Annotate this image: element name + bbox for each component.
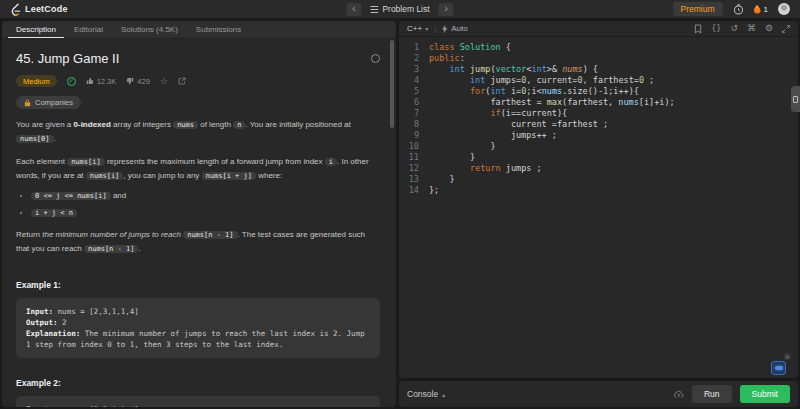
- inline-code: nums: [173, 121, 198, 129]
- text-segment: .: [54, 134, 56, 143]
- problem-paragraph: Each element nums[i] represents the maxi…: [16, 155, 380, 183]
- line-number: 13: [399, 174, 429, 185]
- text-segment: .: [138, 244, 140, 253]
- code-line: 4 int jumps=0, current=0, farthest=0 ;: [399, 75, 798, 86]
- leetcode-logo[interactable]: LeetCode: [10, 3, 68, 16]
- companies-tag[interactable]: Companies: [16, 96, 81, 109]
- submit-button[interactable]: Submit: [740, 385, 790, 403]
- focus-mode-icon[interactable]: [371, 54, 380, 63]
- prev-problem-button[interactable]: ‹: [346, 3, 361, 16]
- inline-code: nums[0]: [16, 135, 54, 143]
- reset-code-icon[interactable]: ↺: [730, 24, 738, 33]
- code-line: 1class Solution {: [399, 42, 798, 53]
- editor-toolbar: C++ ▾ | Auto {}: [399, 21, 798, 37]
- problem-list-button[interactable]: Problem List: [366, 4, 433, 14]
- companies-label: Companies: [35, 98, 73, 107]
- settings-gear-icon[interactable]: ⚙: [765, 24, 773, 33]
- inline-code: n: [233, 121, 245, 129]
- problem-paragraph: Return the minimum number of jumps to re…: [16, 228, 380, 256]
- example-line: Input: nums = [2,3,1,1,4]: [26, 306, 370, 317]
- assistant-robot-icon[interactable]: [771, 361, 786, 375]
- line-number: 3: [399, 64, 429, 75]
- text-segment: Each element: [16, 157, 67, 166]
- text-segment: array of integers: [111, 120, 173, 129]
- description-tabbar: DescriptionEditorialSolutions (4.5K)Subm…: [2, 21, 396, 39]
- difficulty-badge[interactable]: Medium: [16, 75, 57, 87]
- line-number: 6: [399, 97, 429, 108]
- timer-icon[interactable]: [733, 4, 744, 15]
- code-editor[interactable]: 1class Solution {2public:3 int jump(vect…: [399, 37, 798, 378]
- example-block: Input: nums = [2,3,1,1,4]Output: 2Explan…: [16, 298, 380, 358]
- thumbs-up-icon: [86, 77, 94, 85]
- text-segment: . You are initially positioned at: [245, 120, 350, 129]
- tab-editorial[interactable]: Editorial: [66, 21, 111, 38]
- line-number: 8: [399, 119, 429, 130]
- inline-code: nums[i]: [67, 158, 105, 166]
- favorite-star-icon[interactable]: ☆: [160, 77, 168, 86]
- editor-panel: C++ ▾ | Auto {}: [399, 21, 798, 378]
- code-line: 12 return jumps ;: [399, 163, 798, 174]
- streak-counter[interactable]: 1: [754, 5, 768, 14]
- code-line: 5 for(int i=0;i<nums.size()-1;i++){: [399, 86, 798, 97]
- main-split: DescriptionEditorialSolutions (4.5K)Subm…: [0, 18, 800, 409]
- code-line: 6 farthest = max(farthest, nums[i]+i);: [399, 97, 798, 108]
- dislike-button[interactable]: 429: [126, 77, 150, 86]
- autocomplete-toggle[interactable]: Auto: [442, 24, 467, 33]
- line-number: 14: [399, 185, 429, 196]
- hamburger-icon: [370, 6, 378, 13]
- bookmark-icon[interactable]: [694, 24, 702, 34]
- console-toggle[interactable]: Console ▴: [407, 389, 445, 399]
- language-selector[interactable]: C++ ▾: [407, 24, 428, 33]
- run-button[interactable]: Run: [692, 385, 732, 403]
- problem-statement: You are given a 0-indexed array of integ…: [16, 118, 380, 407]
- tab-description[interactable]: Description: [8, 21, 64, 38]
- console-bar: Console ▴ Run Submit: [399, 381, 798, 407]
- lightning-icon: [442, 25, 448, 33]
- example-block: Input: nums = [2,3,0,1,4]Output: 2: [16, 396, 380, 407]
- shortcuts-icon[interactable]: ⌘: [747, 24, 756, 33]
- tab-solutions-4-5k[interactable]: Solutions (4.5K): [113, 21, 186, 38]
- line-number: 9: [399, 130, 429, 141]
- text-segment: 0-indexed: [74, 120, 111, 129]
- line-number: 11: [399, 152, 429, 163]
- editor-toolbar-icons: {} ↺ ⌘ ⚙: [694, 24, 790, 34]
- example-line: Explanation: The minimum number of jumps…: [26, 328, 370, 350]
- code-line: 2public:: [399, 53, 798, 64]
- line-number: 7: [399, 108, 429, 119]
- next-problem-button[interactable]: ›: [439, 3, 454, 16]
- problem-paragraph: You are given a 0-indexed array of integ…: [16, 118, 380, 146]
- header-right: Premium 1: [673, 2, 790, 16]
- close-assistant-icon[interactable]: ×: [784, 353, 791, 360]
- inline-code: nums[i + j]: [202, 172, 256, 180]
- example-line: Input: nums = [2,3,0,1,4]: [26, 404, 370, 407]
- like-button[interactable]: 12.3K: [86, 77, 117, 86]
- scrollbar-thumb[interactable]: [390, 40, 394, 128]
- description-scrollbar: [389, 40, 395, 405]
- fullscreen-icon[interactable]: [782, 25, 790, 33]
- inline-code: 0 <= j <= nums[i]: [31, 192, 111, 200]
- tab-submissions[interactable]: Submissions: [188, 21, 249, 38]
- list-item: i + j < n: [31, 207, 380, 219]
- description-panel: DescriptionEditorialSolutions (4.5K)Subm…: [2, 21, 396, 407]
- code-line: 11 }: [399, 152, 798, 163]
- text-segment: You are given a: [16, 120, 74, 129]
- line-number: 4: [399, 75, 429, 86]
- share-button[interactable]: [178, 77, 186, 85]
- cloud-upload-icon[interactable]: [674, 390, 684, 398]
- format-braces-icon[interactable]: {}: [711, 25, 721, 33]
- text-segment: Return: [16, 230, 42, 239]
- example-line: Output: 2: [26, 317, 370, 328]
- inline-code: i: [325, 158, 337, 166]
- premium-button[interactable]: Premium: [673, 2, 723, 16]
- collapse-panel-handle[interactable]: [791, 86, 800, 112]
- inline-code: nums[i]: [86, 172, 124, 180]
- chevron-down-icon: ▾: [425, 25, 428, 32]
- thumbs-down-icon: [126, 77, 134, 85]
- dislike-count: 429: [137, 77, 150, 86]
- console-label: Console: [407, 389, 438, 399]
- problem-list-label: Problem List: [382, 4, 429, 14]
- code-line: 13 }: [399, 174, 798, 185]
- bullet-list: 0 <= j <= nums[i] andi + j < n: [16, 190, 380, 219]
- avatar[interactable]: [778, 3, 790, 15]
- top-header: LeetCode ‹ Problem List › Premium 1: [0, 0, 800, 18]
